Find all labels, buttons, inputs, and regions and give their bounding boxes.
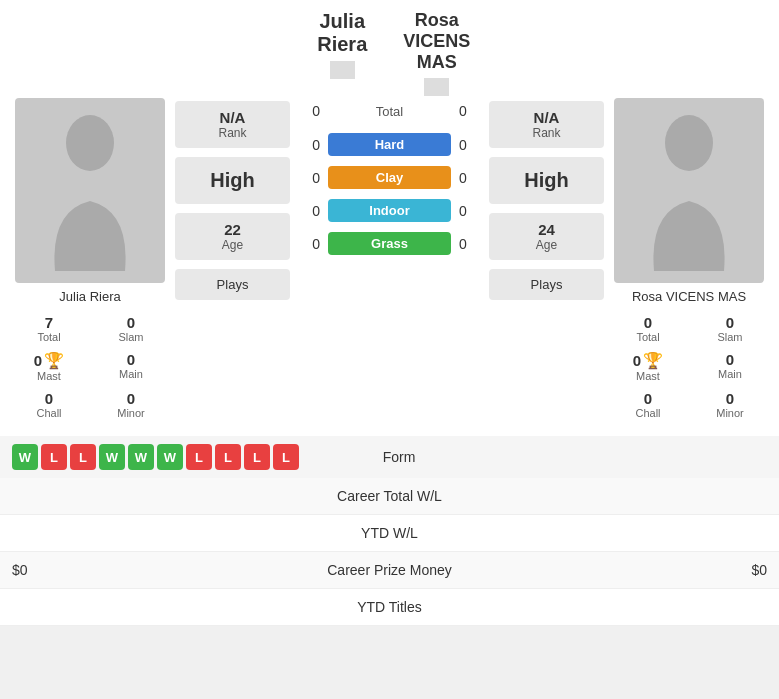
player1-name-label: Julia Riera	[59, 289, 120, 304]
player2-slam-val: 0	[691, 314, 769, 331]
comparison-row: Julia Riera 7 Total 0 Slam 0 🏆 Mast	[0, 98, 779, 431]
spacer-right	[489, 10, 604, 98]
player2-stats-grid: 0 Total 0 Slam 0 🏆 Mast 0 Main	[609, 312, 769, 421]
grass-right-val: 0	[459, 236, 484, 252]
player2-trophy-icon: 🏆	[643, 351, 663, 370]
player2-high-val: High	[493, 169, 600, 192]
left-mid-panel: N/A Rank High 22 Age Plays	[175, 98, 290, 421]
indoor-button: Indoor	[328, 199, 451, 222]
grass-row: 0 Grass 0	[295, 227, 484, 260]
player1-chall-val: 0	[10, 390, 88, 407]
form-section: WLLWWWLLLL Form	[0, 436, 779, 478]
player1-rank-label: Rank	[179, 126, 286, 140]
player2-silhouette	[639, 111, 739, 271]
clay-button: Clay	[328, 166, 451, 189]
form-badge-4: W	[128, 444, 154, 470]
clay-row: 0 Clay 0	[295, 161, 484, 194]
player2-age-val: 24	[493, 221, 600, 238]
player2-header	[609, 10, 769, 98]
player2-flag	[424, 78, 449, 96]
player1-mast-box: 0 🏆 Mast	[10, 349, 88, 384]
clay-right-val: 0	[459, 170, 484, 186]
career-prize-left: $0	[12, 562, 290, 578]
player1-age-label: Age	[179, 238, 286, 252]
grass-left-val: 0	[295, 236, 320, 252]
total-center-label: Total	[328, 104, 451, 119]
player1-stats-grid: 7 Total 0 Slam 0 🏆 Mast 0 Main	[10, 312, 170, 421]
player1-age-val: 22	[179, 221, 286, 238]
surface-center: 0 Total 0 0 Hard 0 0 Clay 0 0 Indoor 0	[295, 98, 484, 421]
player2-rank-val: N/A	[493, 109, 600, 126]
form-label: Form	[299, 449, 499, 465]
total-row: 0 Total 0	[295, 98, 484, 124]
form-badge-1: L	[41, 444, 67, 470]
hard-row: 0 Hard 0	[295, 128, 484, 161]
career-prize-row: $0 Career Prize Money $0	[0, 552, 779, 589]
player2-minor-box: 0 Minor	[691, 388, 769, 421]
career-prize-right: $0	[490, 562, 768, 578]
player2-minor-label: Minor	[691, 407, 769, 419]
player1-name-top: Julia Riera	[295, 10, 390, 81]
form-badge-8: L	[244, 444, 270, 470]
form-badge-9: L	[273, 444, 299, 470]
player1-trophy-icon: 🏆	[44, 351, 64, 370]
player1-name-text: Julia Riera	[295, 10, 390, 56]
player1-header	[10, 10, 170, 98]
hard-left-val: 0	[295, 137, 320, 153]
player1-minor-box: 0 Minor	[92, 388, 170, 421]
right-mid-panel: N/A Rank High 24 Age Plays	[489, 98, 604, 421]
player2-chall-val: 0	[609, 390, 687, 407]
hard-button: Hard	[328, 133, 451, 156]
player2-main-label: Main	[691, 368, 769, 380]
grass-button: Grass	[328, 232, 451, 255]
player1-avatar	[15, 98, 165, 283]
form-badge-2: L	[70, 444, 96, 470]
indoor-right-val: 0	[459, 203, 484, 219]
player1-slam-box: 0 Slam	[92, 312, 170, 345]
form-badge-5: W	[157, 444, 183, 470]
player1-mast-label: Mast	[37, 370, 61, 382]
player2-total-box: 0 Total	[609, 312, 687, 345]
form-badges: WLLWWWLLLL	[12, 444, 299, 470]
player2-main-box: 0 Main	[691, 349, 769, 384]
player1-main-val: 0	[92, 351, 170, 368]
form-badge-0: W	[12, 444, 38, 470]
player1-high-val: High	[179, 169, 286, 192]
svg-point-1	[665, 115, 713, 171]
player1-total-val: 7	[10, 314, 88, 331]
player2-rank-label: Rank	[493, 126, 600, 140]
player2-name-top: Rosa VICENS MAS	[390, 10, 485, 98]
spacer-left	[175, 10, 290, 98]
player1-main-box: 0 Main	[92, 349, 170, 384]
form-badge-3: W	[99, 444, 125, 470]
player1-high-box: High	[175, 157, 290, 204]
player2-name-text: Rosa VICENS MAS	[390, 10, 485, 73]
player1-chall-box: 0 Chall	[10, 388, 88, 421]
player2-age-label: Age	[493, 238, 600, 252]
player2-name-label: Rosa VICENS MAS	[632, 289, 746, 304]
ytd-wl-label: YTD W/L	[290, 525, 490, 541]
player2-slam-label: Slam	[691, 331, 769, 343]
player1-age-box: 22 Age	[175, 213, 290, 260]
career-prize-label: Career Prize Money	[290, 562, 490, 578]
main-container: Julia Riera Rosa VICENS MAS	[0, 0, 779, 626]
indoor-left-val: 0	[295, 203, 320, 219]
player1-total-label: Total	[10, 331, 88, 343]
player2-avatar	[614, 98, 764, 283]
form-badge-7: L	[215, 444, 241, 470]
career-wl-row: Career Total W/L	[0, 478, 779, 515]
player1-total-box: 7 Total	[10, 312, 88, 345]
svg-point-0	[66, 115, 114, 171]
player2-chall-label: Chall	[609, 407, 687, 419]
career-wl-label: Career Total W/L	[290, 488, 490, 504]
player1-slam-val: 0	[92, 314, 170, 331]
player2-mast-val: 0	[633, 352, 641, 369]
ytd-wl-row: YTD W/L	[0, 515, 779, 552]
player2-plays-label: Plays	[493, 277, 600, 292]
player1-flag	[330, 61, 355, 79]
player2-chall-box: 0 Chall	[609, 388, 687, 421]
spacer-center: Julia Riera Rosa VICENS MAS	[295, 10, 484, 98]
player1-plays-box: Plays	[175, 269, 290, 300]
player1-main-label: Main	[92, 368, 170, 380]
player2-main-val: 0	[691, 351, 769, 368]
